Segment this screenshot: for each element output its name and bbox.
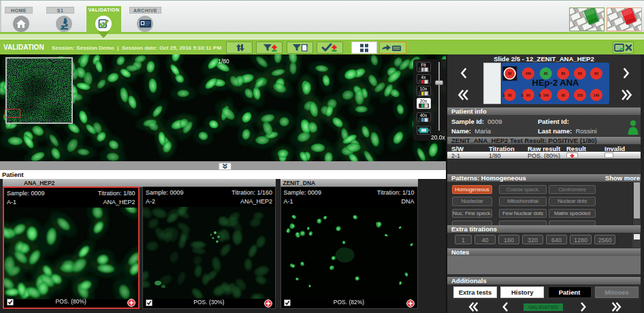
svg-text:160: 160 xyxy=(526,71,532,76)
svg-text:80: 80 xyxy=(562,93,566,97)
svg-text:80: 80 xyxy=(594,71,598,76)
svg-text:80: 80 xyxy=(508,71,512,76)
svg-text:140: 140 xyxy=(543,93,549,97)
svg-text:80: 80 xyxy=(578,71,582,76)
svg-text:HEp-2 ANA: HEp-2 ANA xyxy=(532,78,579,88)
svg-text:80: 80 xyxy=(544,71,548,76)
svg-text:140: 140 xyxy=(594,93,600,97)
svg-text:90: 90 xyxy=(526,93,530,97)
svg-text:80: 80 xyxy=(562,71,566,76)
svg-text:320: 320 xyxy=(577,93,583,97)
svg-text:80: 80 xyxy=(508,93,512,97)
